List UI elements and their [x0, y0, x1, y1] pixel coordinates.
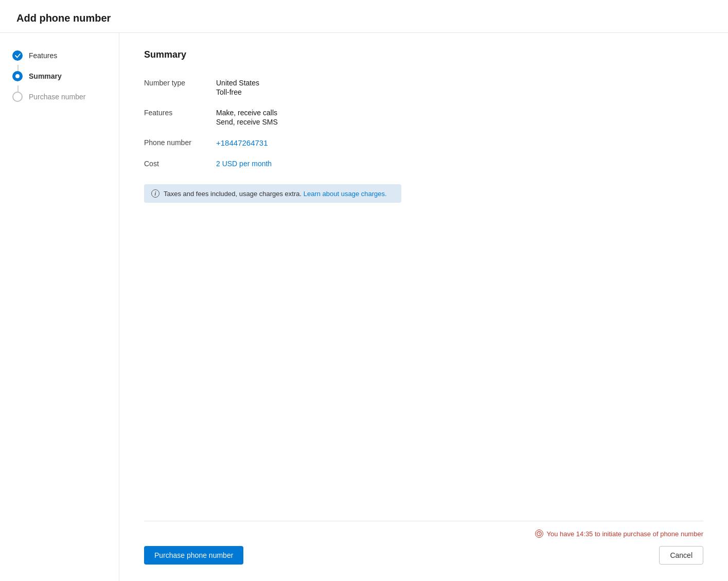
summary-grid: Number type United States Toll-free Feat… [144, 75, 703, 172]
step-label-features: Features [29, 51, 57, 60]
phone-number-display: +18447264731 [216, 138, 268, 147]
step-circle-features [12, 50, 23, 61]
page-title: Add phone number [16, 12, 712, 24]
footer-area: You have 14:35 to initiate purchase of p… [144, 521, 703, 565]
main-content: Summary Number type United States Toll-f… [119, 33, 728, 581]
feature-sms: Send, receive SMS [216, 118, 703, 126]
timer-warning: You have 14:35 to initiate purchase of p… [144, 530, 703, 538]
sidebar-item-purchase: Purchase number [8, 86, 111, 107]
step-label-summary: Summary [29, 72, 62, 80]
value-cost: 2 USD per month [216, 155, 703, 172]
value-number-type: United States Toll-free [216, 75, 703, 100]
step-circle-purchase [12, 92, 23, 102]
row-spacer-3 [144, 130, 216, 134]
row-spacer-1 [144, 100, 216, 104]
step-label-purchase: Purchase number [29, 93, 86, 101]
label-features: Features [144, 104, 216, 121]
timer-icon [535, 530, 543, 538]
info-icon: i [151, 189, 159, 198]
cancel-button[interactable]: Cancel [659, 546, 703, 565]
feature-calls: Make, receive calls [216, 109, 703, 117]
row-spacer-2 [216, 100, 703, 104]
label-cost: Cost [144, 155, 216, 172]
page-header: Add phone number [0, 0, 728, 33]
info-text: Taxes and fees included, usage charges e… [164, 190, 387, 198]
number-type-kind: Toll-free [216, 88, 703, 96]
summary-section: Summary Number type United States Toll-f… [144, 49, 703, 213]
number-type-country: United States [216, 79, 703, 87]
step-circle-summary [12, 71, 23, 81]
content-area: Features Summary Purchase number Summary [0, 33, 728, 581]
purchase-phone-number-button[interactable]: Purchase phone number [144, 546, 243, 565]
timer-text: You have 14:35 to initiate purchase of p… [546, 530, 703, 538]
footer-buttons: Purchase phone number Cancel [144, 546, 703, 565]
sidebar-item-features: Features [8, 45, 111, 66]
learn-about-charges-link[interactable]: Learn about usage charges. [304, 190, 387, 198]
page-container: Add phone number Features Summary [0, 0, 728, 581]
features-block: Make, receive calls Send, receive SMS [216, 109, 703, 126]
label-phone-number: Phone number [144, 134, 216, 151]
row-spacer-4 [216, 130, 703, 134]
cost-display: 2 USD per month [216, 160, 272, 168]
info-banner: i Taxes and fees included, usage charges… [144, 184, 401, 203]
summary-title: Summary [144, 49, 703, 60]
value-phone-number: +18447264731 [216, 134, 703, 151]
number-type-block: United States Toll-free [216, 79, 703, 96]
value-features: Make, receive calls Send, receive SMS [216, 104, 703, 130]
sidebar: Features Summary Purchase number [0, 33, 119, 581]
sidebar-item-summary: Summary [8, 66, 111, 86]
label-number-type: Number type [144, 75, 216, 91]
row-spacer-5 [144, 151, 216, 155]
row-spacer-6 [216, 151, 703, 155]
